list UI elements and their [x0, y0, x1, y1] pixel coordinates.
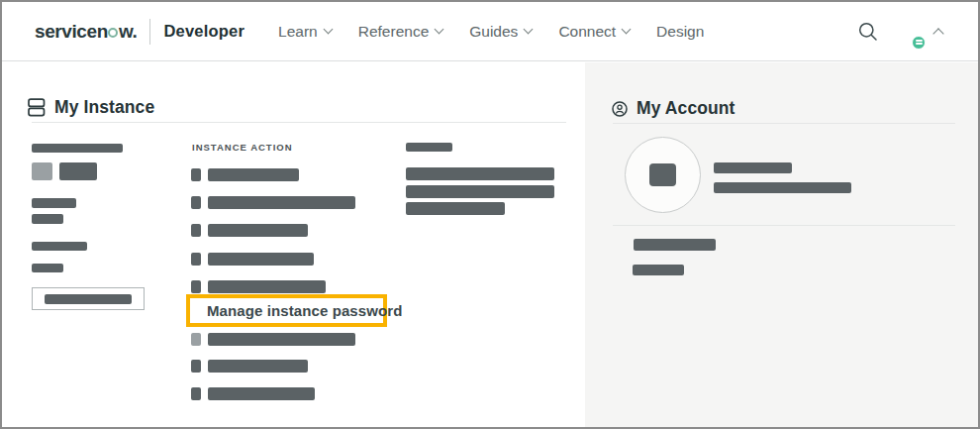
- redacted-action-label: [208, 168, 299, 181]
- chevron-up-icon[interactable]: [932, 28, 943, 39]
- account-avatar[interactable]: [625, 137, 701, 213]
- instance-action-item[interactable]: [191, 196, 355, 209]
- redacted-label: [32, 242, 87, 251]
- section-divider: [613, 123, 955, 124]
- servicenow-wordmark: servicenw.: [35, 21, 137, 43]
- badge-line: [916, 40, 923, 42]
- redacted-avatar-initials: [649, 163, 676, 186]
- instance-status-badge-icon: [912, 36, 926, 50]
- section-divider: [32, 122, 566, 123]
- redacted-account-value: [633, 265, 684, 275]
- header-actions: [857, 17, 942, 47]
- redacted-button-label: [45, 294, 132, 304]
- servicenow-logo[interactable]: servicenw. Developer: [35, 19, 245, 45]
- redacted-account-name: [714, 162, 792, 173]
- my-account-title: My Account: [637, 98, 735, 119]
- redacted-instance-name: [32, 144, 123, 153]
- redacted-account-email: [714, 182, 851, 193]
- instance-action-button[interactable]: [32, 287, 145, 310]
- manage-instance-password-link[interactable]: Manage instance password: [186, 294, 387, 327]
- wordmark-suffix: w.: [119, 21, 138, 43]
- redacted-status-text: [59, 162, 97, 180]
- action-icon: [191, 224, 201, 237]
- badge-line: [916, 43, 923, 45]
- action-icon: [191, 168, 201, 181]
- my-instance-panel: My Instance INSTANCE ACTION: [2, 62, 585, 427]
- nav-label: Connect: [558, 23, 616, 41]
- redacted-text-line: [406, 202, 505, 215]
- nav-item-learn[interactable]: Learn: [278, 23, 332, 41]
- redacted-action-label: [208, 224, 308, 237]
- redacted-value: [32, 264, 63, 272]
- instance-action-item[interactable]: [191, 280, 326, 293]
- redacted-action-label: [208, 280, 326, 293]
- section-divider: [613, 225, 955, 226]
- instance-action-heading: INSTANCE ACTION: [192, 142, 293, 153]
- nav-label: Guides: [469, 23, 518, 41]
- chevron-down-icon: [435, 25, 444, 35]
- nav-label: Reference: [358, 23, 430, 41]
- nav-item-design[interactable]: Design: [656, 23, 704, 41]
- action-icon: [191, 333, 201, 346]
- user-avatar[interactable]: [892, 17, 922, 47]
- redacted-label: [406, 143, 452, 152]
- my-account-panel: My Account: [585, 62, 978, 427]
- redacted-text-line: [406, 167, 554, 180]
- redacted-action-label: [208, 387, 315, 400]
- chevron-down-icon: [524, 25, 534, 35]
- person-in-circle-icon: [612, 101, 628, 117]
- redacted-action-label: [208, 333, 355, 346]
- redacted-value: [32, 214, 63, 224]
- redacted-status-icon: [32, 162, 52, 180]
- manage-instance-password-label: Manage instance password: [207, 302, 402, 319]
- wordmark-prefix: servicen: [35, 21, 108, 43]
- nav-item-connect[interactable]: Connect: [558, 23, 630, 41]
- redacted-action-label: [208, 253, 314, 266]
- nav-item-reference[interactable]: Reference: [358, 23, 443, 41]
- my-instance-title: My Instance: [54, 97, 154, 118]
- action-icon: [191, 196, 201, 209]
- action-icon: [191, 253, 201, 266]
- redacted-label: [32, 198, 76, 208]
- top-navigation-bar: servicenw. Developer Learn Reference Gui…: [2, 2, 978, 61]
- my-instance-header: My Instance: [28, 97, 154, 118]
- nav-label: Learn: [278, 23, 318, 41]
- logo-o-ring-icon: [108, 28, 118, 38]
- chevron-down-icon: [622, 25, 632, 35]
- developer-portal-window: servicenw. Developer Learn Reference Gui…: [0, 0, 980, 429]
- redacted-text-line: [406, 185, 554, 198]
- redacted-action-label: [208, 196, 355, 209]
- instance-action-item[interactable]: [191, 360, 308, 373]
- redacted-action-label: [208, 360, 308, 373]
- nav-item-guides[interactable]: Guides: [469, 23, 532, 41]
- instance-action-item[interactable]: [191, 333, 355, 346]
- main-nav: Learn Reference Guides Connect Design: [278, 23, 704, 41]
- action-icon: [191, 280, 201, 293]
- brand-divider: [149, 19, 150, 45]
- my-account-header: My Account: [612, 98, 735, 119]
- search-icon[interactable]: [857, 21, 879, 43]
- product-name: Developer: [163, 22, 245, 41]
- instance-action-item[interactable]: [191, 168, 299, 181]
- chevron-down-icon: [323, 25, 333, 35]
- action-icon: [191, 360, 201, 373]
- server-stack-icon: [28, 98, 46, 117]
- instance-action-item[interactable]: [191, 387, 315, 400]
- instance-action-item[interactable]: [191, 253, 314, 266]
- instance-action-item[interactable]: [191, 224, 308, 237]
- action-icon: [191, 387, 201, 400]
- redacted-account-label: [634, 239, 716, 251]
- nav-label: Design: [656, 23, 704, 41]
